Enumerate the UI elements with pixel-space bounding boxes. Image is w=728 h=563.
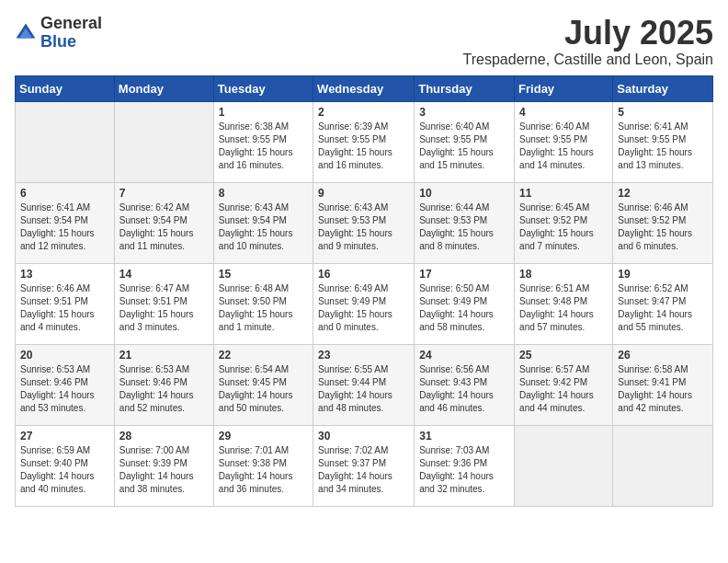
calendar-cell: 28Sunrise: 7:00 AM Sunset: 9:39 PM Dayli…: [114, 425, 213, 506]
day-number: 14: [119, 268, 209, 281]
calendar-cell: 18Sunrise: 6:51 AM Sunset: 9:48 PM Dayli…: [515, 263, 613, 344]
day-number: 8: [219, 187, 308, 200]
day-number: 27: [20, 430, 109, 442]
day-info: Sunrise: 6:38 AM Sunset: 9:55 PM Dayligh…: [219, 121, 308, 172]
weekday-header: Friday: [515, 75, 613, 101]
day-number: 26: [618, 349, 708, 362]
calendar-cell: 20Sunrise: 6:53 AM Sunset: 9:46 PM Dayli…: [16, 344, 115, 425]
day-info: Sunrise: 6:57 AM Sunset: 9:42 PM Dayligh…: [519, 363, 608, 415]
calendar-week-row: 13Sunrise: 6:46 AM Sunset: 9:51 PM Dayli…: [16, 263, 713, 344]
day-number: 23: [318, 349, 409, 362]
day-number: 9: [318, 187, 409, 200]
day-info: Sunrise: 6:48 AM Sunset: 9:50 PM Dayligh…: [219, 282, 308, 334]
weekday-header: Monday: [114, 75, 213, 101]
calendar-cell: 19Sunrise: 6:52 AM Sunset: 9:47 PM Dayli…: [613, 263, 713, 344]
weekday-header: Thursday: [415, 75, 515, 101]
day-number: 5: [618, 106, 708, 119]
calendar-cell: 6Sunrise: 6:41 AM Sunset: 9:54 PM Daylig…: [16, 182, 115, 263]
day-info: Sunrise: 6:56 AM Sunset: 9:43 PM Dayligh…: [419, 363, 509, 415]
calendar-cell: 4Sunrise: 6:40 AM Sunset: 9:55 PM Daylig…: [515, 101, 613, 182]
day-number: 1: [219, 106, 308, 119]
calendar-week-row: 20Sunrise: 6:53 AM Sunset: 9:46 PM Dayli…: [16, 344, 713, 425]
day-number: 2: [318, 106, 409, 119]
calendar-cell: 3Sunrise: 6:40 AM Sunset: 9:55 PM Daylig…: [415, 101, 515, 182]
calendar-cell: 26Sunrise: 6:58 AM Sunset: 9:41 PM Dayli…: [613, 344, 713, 425]
logo: General Blue: [15, 15, 102, 52]
calendar-cell: 10Sunrise: 6:44 AM Sunset: 9:53 PM Dayli…: [415, 182, 515, 263]
day-number: 18: [519, 268, 608, 281]
day-number: 10: [419, 187, 509, 200]
calendar-cell: 13Sunrise: 6:46 AM Sunset: 9:51 PM Dayli…: [16, 263, 115, 344]
logo-general-text: General: [40, 14, 102, 32]
logo-icon: [15, 22, 37, 44]
location-title: Trespaderne, Castille and Leon, Spain: [463, 52, 713, 68]
day-info: Sunrise: 6:39 AM Sunset: 9:55 PM Dayligh…: [318, 121, 409, 172]
day-info: Sunrise: 6:46 AM Sunset: 9:52 PM Dayligh…: [618, 201, 708, 253]
calendar-cell: 2Sunrise: 6:39 AM Sunset: 9:55 PM Daylig…: [313, 101, 415, 182]
day-info: Sunrise: 6:58 AM Sunset: 9:41 PM Dayligh…: [618, 363, 708, 415]
day-info: Sunrise: 6:41 AM Sunset: 9:54 PM Dayligh…: [20, 201, 109, 253]
day-info: Sunrise: 6:40 AM Sunset: 9:55 PM Dayligh…: [419, 121, 509, 172]
day-info: Sunrise: 6:50 AM Sunset: 9:49 PM Dayligh…: [419, 282, 509, 334]
calendar-cell: 17Sunrise: 6:50 AM Sunset: 9:49 PM Dayli…: [415, 263, 515, 344]
day-info: Sunrise: 6:53 AM Sunset: 9:46 PM Dayligh…: [119, 363, 209, 415]
calendar-cell: 25Sunrise: 6:57 AM Sunset: 9:42 PM Dayli…: [515, 344, 613, 425]
day-number: 15: [219, 268, 308, 281]
day-info: Sunrise: 6:43 AM Sunset: 9:54 PM Dayligh…: [219, 201, 308, 253]
day-number: 31: [419, 430, 509, 442]
weekday-header: Sunday: [16, 75, 115, 101]
calendar-table: SundayMondayTuesdayWednesdayThursdayFrid…: [15, 75, 713, 507]
day-info: Sunrise: 6:53 AM Sunset: 9:46 PM Dayligh…: [20, 363, 109, 415]
day-info: Sunrise: 6:47 AM Sunset: 9:51 PM Dayligh…: [119, 282, 209, 334]
day-info: Sunrise: 7:01 AM Sunset: 9:38 PM Dayligh…: [219, 444, 308, 496]
day-info: Sunrise: 7:03 AM Sunset: 9:36 PM Dayligh…: [419, 444, 509, 496]
day-info: Sunrise: 6:49 AM Sunset: 9:49 PM Dayligh…: [318, 282, 409, 334]
weekday-header-row: SundayMondayTuesdayWednesdayThursdayFrid…: [16, 75, 713, 101]
calendar-cell: 30Sunrise: 7:02 AM Sunset: 9:37 PM Dayli…: [313, 425, 415, 506]
day-info: Sunrise: 7:00 AM Sunset: 9:39 PM Dayligh…: [119, 444, 209, 496]
day-info: Sunrise: 6:43 AM Sunset: 9:53 PM Dayligh…: [318, 201, 409, 253]
weekday-header: Tuesday: [213, 75, 313, 101]
day-number: 17: [419, 268, 509, 281]
day-number: 22: [219, 349, 308, 362]
day-info: Sunrise: 6:42 AM Sunset: 9:54 PM Dayligh…: [119, 201, 209, 253]
day-number: 6: [20, 187, 109, 200]
calendar-cell: 11Sunrise: 6:45 AM Sunset: 9:52 PM Dayli…: [515, 182, 613, 263]
day-number: 11: [519, 187, 608, 200]
calendar-cell: 1Sunrise: 6:38 AM Sunset: 9:55 PM Daylig…: [213, 101, 313, 182]
day-number: 25: [519, 349, 608, 362]
day-info: Sunrise: 6:54 AM Sunset: 9:45 PM Dayligh…: [219, 363, 308, 415]
day-info: Sunrise: 6:51 AM Sunset: 9:48 PM Dayligh…: [519, 282, 608, 334]
calendar-cell: 12Sunrise: 6:46 AM Sunset: 9:52 PM Dayli…: [613, 182, 713, 263]
month-title: July 2025: [463, 15, 713, 52]
day-info: Sunrise: 7:02 AM Sunset: 9:37 PM Dayligh…: [318, 444, 409, 496]
calendar-cell: 27Sunrise: 6:59 AM Sunset: 9:40 PM Dayli…: [16, 425, 115, 506]
calendar-cell: 23Sunrise: 6:55 AM Sunset: 9:44 PM Dayli…: [313, 344, 415, 425]
day-info: Sunrise: 6:41 AM Sunset: 9:55 PM Dayligh…: [618, 121, 708, 172]
calendar-cell: 14Sunrise: 6:47 AM Sunset: 9:51 PM Dayli…: [114, 263, 213, 344]
day-info: Sunrise: 6:44 AM Sunset: 9:53 PM Dayligh…: [419, 201, 509, 253]
weekday-header: Saturday: [613, 75, 713, 101]
logo-blue-text: Blue: [40, 32, 76, 51]
calendar-cell: 7Sunrise: 6:42 AM Sunset: 9:54 PM Daylig…: [114, 182, 213, 263]
calendar-cell: [114, 101, 213, 182]
day-number: 30: [318, 430, 409, 442]
day-info: Sunrise: 6:55 AM Sunset: 9:44 PM Dayligh…: [318, 363, 409, 415]
day-number: 7: [119, 187, 209, 200]
day-number: 3: [419, 106, 509, 119]
day-number: 16: [318, 268, 409, 281]
calendar-cell: 24Sunrise: 6:56 AM Sunset: 9:43 PM Dayli…: [415, 344, 515, 425]
weekday-header: Wednesday: [313, 75, 415, 101]
day-number: 21: [119, 349, 209, 362]
calendar-cell: 15Sunrise: 6:48 AM Sunset: 9:50 PM Dayli…: [213, 263, 313, 344]
day-number: 13: [20, 268, 109, 281]
calendar-cell: 8Sunrise: 6:43 AM Sunset: 9:54 PM Daylig…: [213, 182, 313, 263]
calendar-cell: 5Sunrise: 6:41 AM Sunset: 9:55 PM Daylig…: [613, 101, 713, 182]
calendar-week-row: 27Sunrise: 6:59 AM Sunset: 9:40 PM Dayli…: [16, 425, 713, 506]
title-block: July 2025 Trespaderne, Castille and Leon…: [463, 15, 713, 68]
day-number: 20: [20, 349, 109, 362]
calendar-cell: 16Sunrise: 6:49 AM Sunset: 9:49 PM Dayli…: [313, 263, 415, 344]
day-info: Sunrise: 6:52 AM Sunset: 9:47 PM Dayligh…: [618, 282, 708, 334]
page-header: General Blue July 2025 Trespaderne, Cast…: [15, 15, 713, 68]
day-info: Sunrise: 6:45 AM Sunset: 9:52 PM Dayligh…: [519, 201, 608, 253]
